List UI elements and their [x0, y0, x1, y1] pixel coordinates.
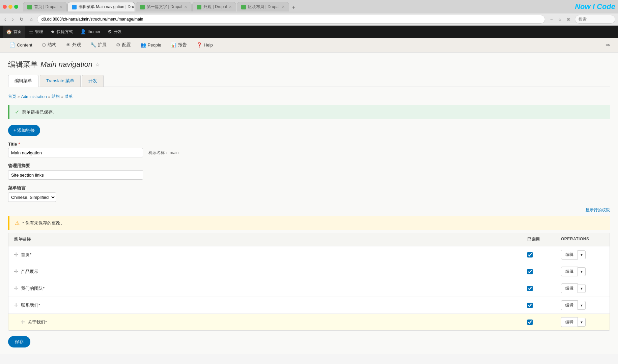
page-title: 编辑菜单 Main navigation ☆ — [8, 59, 610, 69]
td-name-3: ✛ 我们的团队* — [8, 282, 522, 295]
close-window-btn[interactable] — [3, 5, 7, 9]
edit-btn-group-2: 编辑 ▾ — [561, 267, 586, 276]
drag-handle-3[interactable]: ✛ — [14, 285, 18, 292]
admin-bar-manage[interactable]: ☰ 管理 — [26, 26, 47, 38]
table-row: ✛ 我们的团队* 编辑 ▾ — [8, 280, 610, 297]
nav-content[interactable]: 📄 Content — [5, 37, 36, 52]
nav-appearance-label: 外观 — [72, 42, 81, 48]
link-name-4: 联系我们* — [21, 302, 40, 308]
dropdown-button-4[interactable]: ▾ — [578, 301, 586, 310]
admin-bar-shortcuts[interactable]: ★ 快捷方式 — [47, 26, 76, 38]
tab-edit-menu[interactable]: 编辑菜单 — [8, 75, 38, 87]
edit-button-2[interactable]: 编辑 — [561, 267, 578, 276]
save-button[interactable]: 保存 — [8, 336, 30, 347]
page-title-zh: 编辑菜单 — [8, 59, 38, 69]
reload-button[interactable]: ↻ — [18, 16, 25, 23]
browser-tab-4[interactable]: 外观 | Drupal ✕ — [192, 2, 236, 11]
tab-favicon-3 — [140, 5, 145, 9]
table-row: ✛ 联系我们* 编辑 ▾ — [8, 297, 610, 314]
tab-dev[interactable]: 开发 — [82, 75, 104, 87]
edit-button-1[interactable]: 编辑 — [561, 250, 578, 260]
td-name-1: ✛ 首页* — [8, 248, 522, 261]
reports-icon: 📊 — [171, 42, 176, 48]
breadcrumb-sep-2: » — [48, 94, 51, 99]
browser-tab-5[interactable]: 区块布局 | Drupal ✕ — [237, 2, 289, 11]
nav-help[interactable]: ❓ Help — [192, 37, 217, 52]
td-enabled-5 — [522, 316, 556, 328]
back-button[interactable]: ‹ — [3, 16, 8, 23]
drag-handle-4[interactable]: ✛ — [14, 302, 18, 308]
title-label: Title * — [8, 142, 610, 147]
tab-close-4[interactable]: ✕ — [229, 5, 232, 9]
browser-tab-1[interactable]: 首页 | Drupal ✕ — [23, 2, 67, 11]
link-name-5: 关于我们* — [28, 319, 47, 325]
browser-tab-2[interactable]: 编辑菜单 Main navigation | Dru… ✕ — [67, 2, 135, 11]
language-select[interactable]: Chinese, Simplified — [8, 192, 56, 202]
dropdown-button-1[interactable]: ▾ — [578, 250, 586, 259]
bookmark-button[interactable]: ☆ — [556, 16, 564, 23]
tab-close-1[interactable]: ✕ — [59, 5, 62, 9]
nav-help-label: Help — [204, 42, 213, 48]
favorite-star-icon[interactable]: ☆ — [95, 61, 100, 68]
add-link-button[interactable]: + 添加链接 — [8, 125, 40, 136]
drag-handle-1[interactable]: ✛ — [14, 251, 18, 258]
admin-bar-dev[interactable]: ⚙ 开发 — [104, 26, 125, 38]
enabled-checkbox-1[interactable] — [527, 252, 533, 257]
breadcrumb-structure[interactable]: 结构 — [52, 94, 60, 99]
admin-bar-home-label: 首页 — [13, 29, 22, 35]
nav-extend[interactable]: 🔧 扩展 — [86, 37, 111, 52]
breadcrumb-menu[interactable]: 菜单 — [65, 94, 73, 99]
link-name-3: 我们的团队* — [21, 285, 45, 292]
minimize-window-btn[interactable] — [8, 5, 12, 9]
nav-reports[interactable]: 📊 报告 — [167, 37, 191, 52]
dropdown-button-2[interactable]: ▾ — [578, 267, 586, 276]
address-input[interactable] — [37, 15, 545, 24]
enabled-checkbox-4[interactable] — [527, 303, 533, 308]
enabled-checkbox-5[interactable] — [527, 320, 533, 325]
drag-handle-2[interactable]: ✛ — [14, 268, 18, 275]
browser-search-input[interactable] — [575, 15, 615, 24]
dropdown-button-5[interactable]: ▾ — [578, 318, 586, 327]
td-ops-4: 编辑 ▾ — [556, 297, 610, 313]
nav-structure[interactable]: ⬡ 结构 — [38, 37, 60, 52]
reader-button[interactable]: ⊡ — [565, 16, 572, 23]
th-operations: OPERATIONS — [556, 233, 610, 246]
admin-bar-home[interactable]: 🏠 首页 — [3, 26, 25, 38]
breadcrumb-sep-3: » — [61, 94, 63, 99]
enabled-checkbox-3[interactable] — [527, 286, 533, 291]
tab-close-3[interactable]: ✕ — [184, 5, 187, 9]
nav-people[interactable]: 👥 People — [136, 37, 165, 52]
drag-handle-5[interactable]: ✛ — [21, 319, 25, 325]
breadcrumb-home[interactable]: 首页 — [8, 94, 16, 99]
admin-bar-shortcuts-label: 快捷方式 — [57, 29, 73, 35]
maximize-window-btn[interactable] — [14, 5, 18, 9]
admin-bar-themer[interactable]: 👤 themer — [77, 26, 104, 38]
more-actions-button[interactable]: ··· — [548, 16, 555, 23]
new-tab-button[interactable]: + — [290, 3, 298, 11]
show-perms: 显示行的权限 — [8, 207, 610, 213]
edit-button-3[interactable]: 编辑 — [561, 283, 578, 293]
description-field-section: 管理用摘要 — [8, 163, 610, 180]
edit-button-5[interactable]: 编辑 — [561, 317, 578, 327]
home-button[interactable]: ⌂ — [28, 16, 34, 23]
link-name-1: 首页* — [21, 252, 31, 258]
show-perms-link[interactable]: 显示行的权限 — [586, 208, 610, 212]
description-input[interactable] — [8, 170, 143, 180]
title-input[interactable] — [8, 148, 143, 157]
tab-close-5[interactable]: ✕ — [282, 5, 285, 9]
nav-toggle-button[interactable]: ⇒ — [603, 40, 613, 50]
dropdown-button-3[interactable]: ▾ — [578, 284, 586, 293]
nav-appearance[interactable]: 👁 外观 — [62, 37, 85, 52]
edit-button-4[interactable]: 编辑 — [561, 300, 578, 310]
td-ops-5: 编辑 ▾ — [556, 314, 610, 330]
page-tabs: 编辑菜单 Translate 菜单 开发 — [8, 75, 610, 87]
tab-translate-menu[interactable]: Translate 菜单 — [40, 75, 81, 87]
drupal-admin-bar: 🏠 首页 ☰ 管理 ★ 快捷方式 👤 themer ⚙ 开发 — [0, 26, 618, 38]
breadcrumb-admin[interactable]: Administration — [21, 94, 47, 99]
forward-button[interactable]: › — [10, 16, 16, 23]
td-name-4: ✛ 联系我们* — [8, 299, 522, 312]
nav-reports-label: 报告 — [178, 42, 187, 48]
browser-tab-3[interactable]: 第一篇文字 | Drupal ✕ — [136, 2, 192, 11]
enabled-checkbox-2[interactable] — [527, 269, 533, 274]
nav-config[interactable]: ⚙ 配置 — [112, 37, 135, 52]
